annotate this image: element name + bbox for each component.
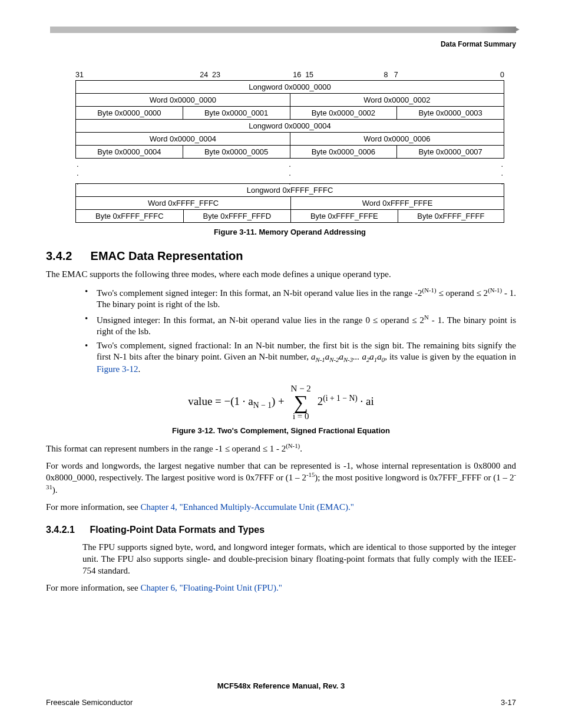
- bullet-list: Two's complement signed integer: In this…: [82, 286, 516, 375]
- table-cell: Word 0x0000_0002: [290, 94, 504, 107]
- text: For more information, see: [46, 583, 140, 592]
- text: a: [339, 352, 343, 361]
- sigma-icon: ∑: [291, 394, 311, 411]
- header-rule: [50, 27, 516, 33]
- text: ≤ operand ≤ 2: [437, 288, 488, 298]
- table-cell: Word 0xFFFF_FFFC: [76, 197, 291, 210]
- memory-table: 31 24 23 16 15 8 7 0 Longword 0x0000_000…: [75, 71, 504, 236]
- list-item: Two's complement signed integer: In this…: [82, 286, 516, 311]
- summation: N − 2 ∑ i = 0: [291, 384, 311, 421]
- page-number: 3-17: [501, 698, 516, 707]
- section-heading-3-4-2: 3.4.2 EMAC Data Representation: [46, 249, 516, 263]
- eq-lhs: value = −(1 · a: [188, 395, 253, 407]
- table-cell: Byte 0x0000_0006: [290, 146, 397, 159]
- bit-15: 15: [305, 71, 313, 79]
- table-cell: Word 0xFFFF_FFFE: [291, 197, 504, 210]
- table-cell: Byte 0x0000_0007: [397, 146, 504, 159]
- section-number: 3.4.2.1: [46, 525, 87, 535]
- sub: N-2: [329, 356, 339, 363]
- table-cell: Word 0x0000_0000: [76, 94, 290, 107]
- section-title: EMAC Data Representation: [91, 249, 243, 262]
- table-cell: Byte 0x0000_0003: [397, 107, 504, 120]
- sub: N-3: [343, 356, 353, 363]
- bit-8: 8: [384, 71, 388, 79]
- running-header: Data Format Summary: [441, 40, 516, 48]
- text: , its value is given by the equation in: [385, 352, 516, 361]
- table-cell: Byte 0x0000_0002: [290, 107, 397, 120]
- text: .: [300, 444, 302, 453]
- table-cell: Byte 0x0000_0001: [183, 107, 290, 120]
- paragraph: For words and longwords, the largest neg…: [46, 460, 516, 496]
- paragraph: This format can represent numbers in the…: [46, 442, 516, 454]
- figure-caption-3-12: Figure 3-12. Two's Complement, Signed Fr…: [46, 426, 516, 435]
- sub: N − 1: [253, 401, 272, 410]
- text: ).: [52, 485, 58, 495]
- footer-title: MCF548x Reference Manual, Rev. 3: [0, 681, 562, 690]
- bit-ruler: 31 24 23 16 15 8 7 0: [75, 71, 504, 79]
- text: Unsigned integer: In this format, an N-b…: [97, 315, 424, 325]
- sub: N-1: [315, 356, 325, 363]
- sum-lower: i = 0: [291, 411, 311, 421]
- link-chapter-4[interactable]: Chapter 4, "Enhanced Multiply-Accumulate…: [140, 502, 354, 512]
- paragraph: For more information, see Chapter 4, "En…: [46, 502, 516, 513]
- table-cell: Byte 0xFFFF_FFFD: [183, 210, 291, 223]
- table-cell: Word 0x0000_0006: [290, 133, 504, 146]
- sup: (N-1): [286, 442, 300, 449]
- text: ...: [353, 352, 362, 361]
- table-cell: Byte 0x0000_0004: [76, 146, 183, 159]
- text: ); the most positive longword is 0x7FFF_…: [315, 473, 514, 482]
- text: a: [377, 352, 382, 361]
- text: Two's complement signed integer: In this…: [97, 288, 422, 298]
- section-title: Floating-Point Data Formats and Types: [90, 525, 265, 535]
- memory-table-1: Longword 0x0000_0000 Word 0x0000_0000 Wo…: [75, 80, 504, 159]
- table-cell: Longword 0x0000_0000: [76, 81, 504, 94]
- list-item: Unsigned integer: In this format, an N-b…: [82, 313, 516, 338]
- sup: (N-1): [488, 286, 502, 294]
- figure-caption-3-11: Figure 3-11. Memory Operand Addressing: [75, 228, 504, 236]
- sup: -15: [306, 471, 315, 478]
- table-cell: Word 0x0000_0004: [76, 133, 290, 146]
- text: · ai: [358, 395, 374, 407]
- text: a: [362, 352, 366, 361]
- link-figure-3-12[interactable]: Figure 3-12: [97, 364, 138, 374]
- sup: (N-1): [422, 286, 437, 294]
- section-heading-3-4-2-1: 3.4.2.1 Floating-Point Data Formats and …: [46, 525, 516, 535]
- memory-table-2: Longword 0xFFFF_FFFC Word 0xFFFF_FFFC Wo…: [75, 183, 504, 223]
- sup: (i + 1 − N): [323, 394, 358, 403]
- paragraph: For more information, see Chapter 6, "Fl…: [46, 582, 516, 594]
- table-cell: Byte 0xFFFF_FFFC: [76, 210, 184, 223]
- table-cell: Longword 0x0000_0004: [76, 120, 504, 133]
- bit-16: 16: [293, 71, 301, 79]
- table-cell: Byte 0x0000_0005: [183, 146, 290, 159]
- text: This format can represent numbers in the…: [46, 444, 286, 453]
- text: ) +: [272, 395, 287, 407]
- text: For more information, see: [46, 502, 140, 512]
- list-item: Two's complement, signed fractional: In …: [82, 340, 516, 375]
- footer-vendor: Freescale Semiconductor: [46, 698, 133, 707]
- bit-7: 7: [394, 71, 398, 79]
- bit-24: 24: [200, 71, 208, 79]
- bit-0: 0: [500, 71, 504, 79]
- paragraph: The FPU supports signed byte, word, and …: [82, 541, 516, 577]
- table-cell: Byte 0xFFFF_FFFF: [398, 210, 504, 223]
- sup: N: [424, 314, 429, 321]
- table-cell: Byte 0xFFFF_FFFE: [291, 210, 398, 223]
- bit-31: 31: [75, 71, 84, 79]
- paragraph: The EMAC supports the following three mo…: [46, 269, 516, 280]
- bit-23: 23: [212, 71, 220, 79]
- table-ellipsis: ... ... ...: [75, 159, 504, 183]
- equation-3-12: value = −(1 · aN − 1) + N − 2 ∑ i = 0 2(…: [46, 384, 516, 421]
- text: a: [369, 352, 374, 361]
- text: 2: [318, 395, 323, 407]
- section-number: 3.4.2: [46, 249, 87, 263]
- link-chapter-6[interactable]: Chapter 6, "Floating-Point Unit (FPU).": [140, 583, 282, 592]
- table-cell: Byte 0x0000_0000: [76, 107, 183, 120]
